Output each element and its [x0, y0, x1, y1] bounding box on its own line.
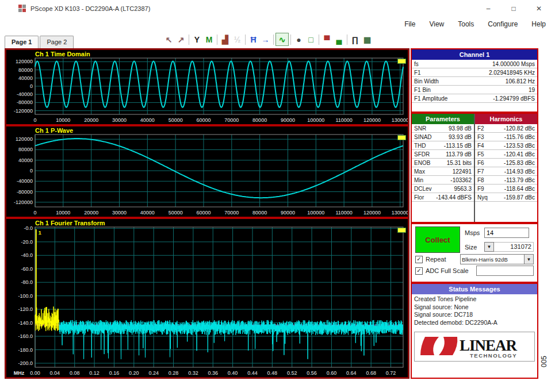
parameter-row: SINAD93.93 dB	[412, 133, 474, 141]
toolbar-divider	[245, 34, 246, 45]
trace-enable-indicator[interactable]	[397, 228, 406, 233]
msps-label: Msps	[465, 229, 484, 236]
svg-text:-160.0: -160.0	[18, 333, 33, 339]
svg-text:LINEAR: LINEAR	[460, 337, 518, 354]
svg-text:60000: 60000	[196, 210, 210, 216]
histogram-icon[interactable]: ▟	[219, 33, 231, 45]
svg-text:-80000: -80000	[17, 189, 33, 195]
menu-help[interactable]: Help	[531, 20, 546, 28]
harmonic-row: F9-118.64 dBc	[475, 185, 537, 193]
collect-button[interactable]: Collect	[415, 226, 460, 253]
parameter-row: ENOB15.31 bits	[412, 159, 474, 167]
menu-bar: FileViewToolsConfigureHelp	[0, 17, 555, 31]
svg-text:80000: 80000	[18, 67, 33, 73]
status-header: Status Messages	[412, 284, 537, 294]
figure-number: 005	[540, 356, 548, 367]
parameter-row: SNR93.98 dB	[412, 124, 474, 133]
svg-text:30000: 30000	[112, 117, 127, 123]
svg-text:0.16: 0.16	[109, 370, 120, 376]
max-avg-icon[interactable]: Ħ	[247, 33, 259, 45]
svg-text:0.12: 0.12	[89, 370, 99, 376]
p-wave-chart: Ch 1 P-Wave 12000080000400000-40000-8000…	[6, 126, 408, 217]
harmonics-header: Harmonics	[475, 114, 537, 124]
status-line: Signal source: DC718	[414, 311, 535, 319]
harmonics-column: Harmonics F2-120.82 dBcF3-115.76 dBcF4-1…	[474, 114, 537, 222]
size-value: 131072	[494, 242, 534, 252]
svg-text:0.24: 0.24	[148, 370, 159, 376]
svg-text:10000: 10000	[56, 210, 70, 216]
svg-text:40000: 40000	[18, 157, 33, 163]
svg-text:0.68: 0.68	[366, 370, 376, 376]
run-avg-icon[interactable]: →	[259, 33, 271, 45]
window-function-dropdown[interactable]: Blkmn-Harris 92dB ▼	[460, 254, 534, 264]
maximize-button[interactable]: □	[501, 1, 526, 16]
export-compare-icon[interactable]: ▄	[333, 33, 345, 45]
size-dropdown-icon[interactable]: ▼	[484, 242, 494, 252]
menu-tools[interactable]: Tools	[458, 20, 474, 28]
size-combo[interactable]: ▼ 131072	[484, 242, 534, 252]
svg-text:0.60: 0.60	[327, 370, 337, 376]
status-line: Signal source: None	[414, 303, 535, 312]
linear-technology-logo: LINEAR TECHNOLOGY	[414, 332, 535, 362]
svg-text:0.04: 0.04	[50, 370, 60, 376]
svg-text:1: 1	[39, 230, 41, 236]
zoom-arrow-icon[interactable]: ↗	[175, 33, 187, 45]
toolbar-divider	[319, 34, 319, 45]
p-wave-plot[interactable]: 12000080000400000-40000-80000-1200000100…	[6, 134, 408, 217]
window-title: PScope XD K103 - DC2290A-A (LTC2387)	[30, 5, 150, 12]
svg-text:0.56: 0.56	[307, 370, 317, 376]
svg-text:10000: 10000	[56, 117, 70, 123]
svg-text:30000: 30000	[112, 210, 127, 216]
harmonic-row: F5-120.41 dBc	[475, 150, 537, 159]
channel-panel-header: Channel 1	[412, 49, 537, 60]
minimize-button[interactable]: –	[476, 1, 501, 16]
adc-full-scale-input[interactable]	[476, 266, 534, 276]
svg-text:-80.0: -80.0	[21, 279, 33, 285]
tab-page-1[interactable]: Page 1	[5, 36, 39, 48]
harmonic-row: F3-115.76 dBc	[475, 133, 537, 141]
waveform-icon[interactable]: M	[203, 33, 215, 45]
repeat-checkbox[interactable]: ✓	[415, 256, 423, 263]
toolbar-divider	[347, 34, 347, 45]
adc-full-scale-checkbox[interactable]: ✓	[415, 267, 423, 275]
tab-page-2[interactable]: Page 2	[40, 36, 74, 48]
svg-text:110000: 110000	[335, 210, 352, 216]
phase-icon[interactable]: ●	[293, 33, 305, 45]
menu-configure[interactable]: Configure	[488, 20, 518, 28]
time-domain-plot[interactable]: 12000080000400000-40000-80000-1200000100…	[6, 57, 408, 124]
tone-analysis-icon[interactable]: ∿	[275, 33, 289, 46]
trace-enable-indicator[interactable]	[397, 135, 406, 140]
svg-text:0.32: 0.32	[188, 370, 198, 376]
parameter-row: Max122491	[412, 167, 474, 176]
right-panel: Channel 1 fs14.000000 MspsF12.029418945 …	[411, 48, 538, 379]
toolbar: ↖↗YM▟½Ħ→∿●□▀▄∏▦	[163, 33, 373, 46]
trace-enable-indicator[interactable]	[397, 59, 406, 64]
size-label: Size	[465, 244, 484, 251]
time-domain-chart: Ch 1 Time Domain 12000080000400000-40000…	[6, 50, 408, 124]
msps-input[interactable]	[484, 228, 529, 238]
menu-view[interactable]: View	[429, 20, 444, 28]
svg-text:130000: 130000	[392, 117, 408, 123]
svg-text:0: 0	[33, 117, 36, 123]
window-select-icon[interactable]: □	[305, 33, 317, 45]
parameter-row: SFDR113.79 dB	[412, 150, 474, 159]
filter-y-icon[interactable]: Y	[191, 33, 203, 45]
screenshot-icon[interactable]: ▦	[361, 33, 373, 45]
pulse-icon[interactable]: ∏	[349, 33, 361, 45]
svg-text:0: 0	[33, 210, 36, 216]
svg-text:0.20: 0.20	[129, 370, 139, 376]
quantize-icon[interactable]: ½	[231, 33, 243, 45]
menu-file[interactable]: File	[404, 20, 415, 28]
zoom-arrows-icon[interactable]: ↖	[163, 33, 175, 45]
parameter-row: THD-113.15 dB	[412, 141, 474, 150]
svg-text:-40000: -40000	[17, 178, 33, 184]
svg-text:0.40: 0.40	[228, 370, 238, 376]
svg-text:130000: 130000	[392, 210, 408, 216]
close-button[interactable]: ✕	[526, 1, 552, 16]
capture-compare-icon[interactable]: ▀	[321, 33, 333, 45]
fourier-plot[interactable]: -0.0-20.0-40.0-60.0-80.0-100.0-120.0-140…	[6, 226, 408, 377]
channel-row: Bin Width106.812 Hz	[412, 77, 537, 86]
svg-text:-100.0: -100.0	[18, 293, 33, 299]
window-dropdown-icon[interactable]: ▼	[524, 255, 533, 264]
svg-text:70000: 70000	[224, 210, 239, 216]
